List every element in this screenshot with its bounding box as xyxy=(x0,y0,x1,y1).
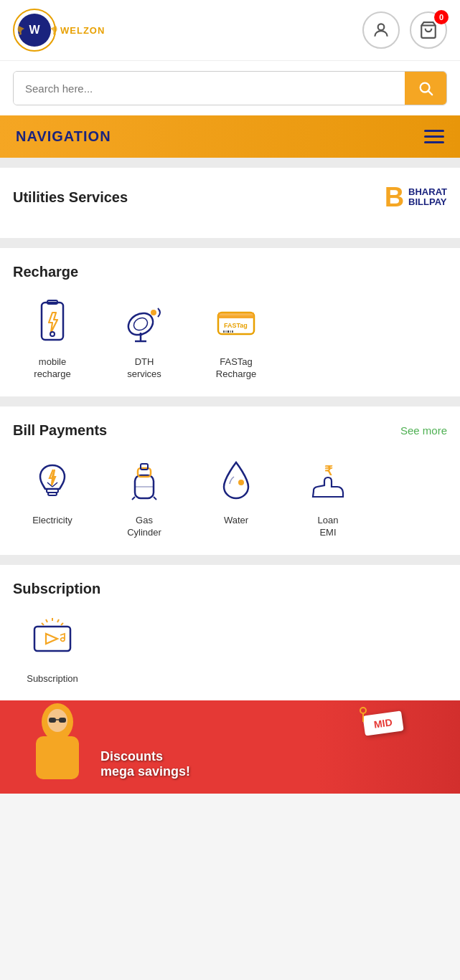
mobile-recharge-label: mobilerecharge xyxy=(34,356,70,381)
cart-badge: 0 xyxy=(434,10,449,24)
banner-tag-svg xyxy=(352,706,374,728)
loan-emi-label: LoanEMI xyxy=(318,515,339,539)
bharat-b-letter: B xyxy=(385,184,404,211)
svg-point-31 xyxy=(238,480,244,485)
search-icon xyxy=(418,80,433,96)
divider-3 xyxy=(0,396,460,406)
svg-point-8 xyxy=(131,315,149,333)
search-button[interactable] xyxy=(405,72,446,105)
search-bar xyxy=(0,61,460,115)
search-input-wrap xyxy=(13,71,447,105)
svg-line-36 xyxy=(46,619,47,622)
user-profile-button[interactable] xyxy=(362,11,400,49)
logo-text: WELZON xyxy=(60,25,105,36)
bharat-line1: BHARAT xyxy=(408,187,447,197)
mobile-recharge-item[interactable]: mobilerecharge xyxy=(13,293,92,381)
nav-bar: NAVIGATION xyxy=(0,115,460,158)
hamburger-line-3 xyxy=(424,141,444,143)
see-more-button[interactable]: See more xyxy=(400,424,447,437)
hamburger-menu-button[interactable] xyxy=(424,130,444,143)
svg-point-6 xyxy=(50,332,55,336)
electricity-icon-wrap xyxy=(24,452,81,509)
hamburger-line-1 xyxy=(424,130,444,132)
dth-services-icon xyxy=(119,297,169,347)
banner-person-svg xyxy=(0,700,115,794)
bill-payments-header: Bill Payments See more xyxy=(13,422,447,439)
fastag-recharge-icon-wrap: FASTag xyxy=(207,293,265,351)
logo-wings-svg xyxy=(14,10,60,56)
user-icon xyxy=(372,21,390,39)
svg-text:₹: ₹ xyxy=(324,464,333,478)
search-input[interactable] xyxy=(14,72,405,105)
bill-payments-items-grid: Electricity GasCylinder xyxy=(13,452,447,539)
subscription-items-grid: Subscription xyxy=(13,610,447,685)
banner-line2: mega savings! xyxy=(100,764,190,779)
subscription-icon xyxy=(27,614,78,664)
dth-services-item[interactable]: DTHservices xyxy=(105,293,184,381)
svg-rect-41 xyxy=(36,736,79,779)
header-icons: 0 xyxy=(362,11,447,49)
gas-cylinder-label: GasCylinder xyxy=(127,515,161,539)
svg-point-46 xyxy=(360,708,366,713)
mobile-recharge-icon xyxy=(27,297,78,347)
water-item[interactable]: Water xyxy=(197,452,276,539)
svg-line-38 xyxy=(42,623,44,625)
svg-line-29 xyxy=(132,497,135,500)
loan-emi-icon-wrap: ₹ xyxy=(299,452,357,509)
svg-line-3 xyxy=(428,91,432,95)
utilities-section: Utilities Services B BHARAT BILLPAY xyxy=(0,168,460,238)
svg-marker-34 xyxy=(46,634,57,644)
gas-cylinder-icon-wrap xyxy=(116,452,173,509)
loan-emi-item[interactable]: ₹ LoanEMI xyxy=(288,452,367,539)
svg-rect-43 xyxy=(49,718,56,723)
bharat-billpay-logo: B BHARAT BILLPAY xyxy=(385,184,447,211)
svg-rect-14 xyxy=(218,315,254,318)
electricity-item[interactable]: Electricity xyxy=(13,452,92,539)
svg-line-39 xyxy=(61,623,63,625)
water-icon-wrap xyxy=(207,452,265,509)
water-icon xyxy=(211,455,261,505)
svg-line-30 xyxy=(154,497,156,500)
bill-payments-section: Bill Payments See more xyxy=(0,406,460,555)
subscription-item[interactable]: Subscription xyxy=(13,610,92,685)
header: W WELZON 0 xyxy=(0,0,460,61)
divider-1 xyxy=(0,158,460,168)
loan-emi-icon: ₹ xyxy=(303,455,353,505)
bharat-line2: BILLPAY xyxy=(408,197,447,207)
banner: Discounts mega savings! MID xyxy=(0,700,460,794)
svg-rect-4 xyxy=(42,303,63,340)
electricity-icon xyxy=(27,455,78,505)
mobile-recharge-icon-wrap xyxy=(24,293,81,351)
divider-2 xyxy=(0,238,460,248)
fastag-recharge-icon: FASTag xyxy=(211,297,261,347)
nav-title: NAVIGATION xyxy=(16,128,111,145)
recharge-title: Recharge xyxy=(13,264,447,280)
fastag-recharge-item[interactable]: FASTag FASTagRecharge xyxy=(197,293,276,381)
electricity-label: Electricity xyxy=(32,515,72,527)
cart-icon xyxy=(419,21,438,39)
banner-text: Discounts mega savings! xyxy=(100,749,190,779)
bill-payments-title: Bill Payments xyxy=(13,422,107,439)
utilities-title: Utilities Services xyxy=(13,189,128,206)
banner-container: Discounts mega savings! MID xyxy=(0,700,460,794)
gas-cylinder-icon xyxy=(119,455,169,505)
svg-rect-22 xyxy=(48,493,57,495)
water-label: Water xyxy=(224,515,248,527)
hamburger-line-2 xyxy=(424,135,444,138)
svg-point-11 xyxy=(151,310,156,315)
dth-services-icon-wrap xyxy=(116,293,173,351)
utilities-header: Utilities Services B BHARAT BILLPAY xyxy=(13,184,447,211)
logo-container: W WELZON xyxy=(13,9,105,52)
subscription-section: Subscription Subscript xyxy=(0,565,460,701)
divider-4 xyxy=(0,555,460,565)
subscription-icon-wrap xyxy=(24,610,81,667)
gas-cylinder-item[interactable]: GasCylinder xyxy=(105,452,184,539)
bharat-text: BHARAT BILLPAY xyxy=(408,187,447,208)
dth-services-label: DTHservices xyxy=(127,356,161,381)
subscription-label: Subscription xyxy=(27,673,78,685)
cart-button[interactable]: 0 xyxy=(410,11,447,49)
recharge-section: Recharge mobilerecharge xyxy=(0,248,460,396)
logo: W xyxy=(13,9,56,52)
banner-line1: Discounts xyxy=(100,749,190,764)
svg-text:FASTag: FASTag xyxy=(224,322,248,329)
